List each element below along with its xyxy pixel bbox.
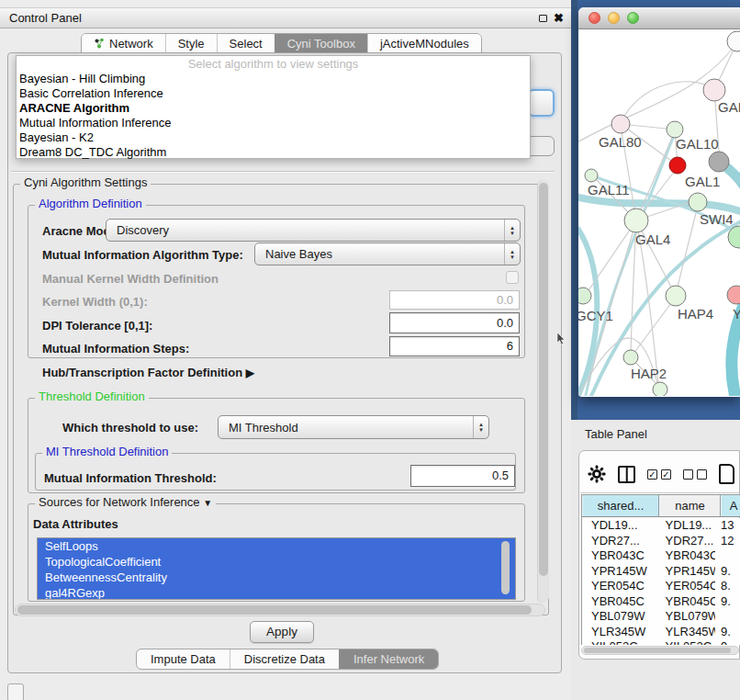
attribute-item[interactable]: TopologicalCoefficient [38, 554, 515, 570]
network-edge[interactable] [621, 82, 714, 122]
tab-cyni-toolbox[interactable]: Cyni Toolbox [275, 34, 367, 52]
network-edge[interactable] [631, 299, 674, 357]
table-row[interactable]: YBL079WYBL079W [582, 609, 740, 625]
table-row[interactable]: YER054CYER054C8. [582, 579, 740, 594]
zoom-traffic-light[interactable] [627, 12, 639, 24]
dropdown-item[interactable]: Bayesian - K2 [17, 130, 530, 145]
attribute-item[interactable]: SelfLoops [38, 538, 515, 554]
tab-jactivemnodules[interactable]: jActiveMNodules [367, 34, 481, 52]
data-attributes-list[interactable]: SelfLoopsTopologicalCoefficientBetweenne… [37, 537, 516, 600]
bottom-tab-infer-network[interactable]: Infer Network [339, 649, 438, 669]
dropdown-item[interactable]: Basic Correlation Inference [17, 86, 530, 101]
select-all-checks-icon[interactable]: ✓ ✓ [647, 469, 671, 480]
table-cell: 13 [715, 518, 740, 534]
column-header[interactable]: A [721, 495, 740, 516]
table-row[interactable]: YBR045CYBR045C9. [582, 594, 740, 610]
column-header[interactable]: shared... [582, 495, 659, 516]
network-node[interactable] [709, 152, 729, 172]
network-node[interactable] [623, 350, 638, 365]
dpi-tolerance-field[interactable]: 0.0 [389, 312, 520, 333]
table-row[interactable]: YIL052CYIL052C9 [582, 639, 740, 645]
scrollbar-thumb[interactable] [17, 605, 532, 615]
dropdown-item[interactable]: Bayesian - Hill Climbing [17, 72, 530, 86]
tab-network[interactable]: Network [82, 34, 165, 52]
table-row[interactable]: YLR345WYLR345W9. [582, 625, 740, 640]
tab-style[interactable]: Style [165, 34, 217, 52]
mi-threshold-field[interactable]: 0.5 [410, 465, 515, 487]
network-node[interactable] [578, 288, 591, 304]
table-horizontal-scrollbar[interactable] [581, 646, 739, 655]
table-rows: YDL19...YDL19...13YDR27...YDR27...12YBR0… [582, 518, 740, 645]
which-threshold-select[interactable]: MI Threshold ▲▼ [218, 415, 489, 439]
attribute-item[interactable]: BetweennessCentrality [38, 570, 515, 585]
network-node[interactable] [727, 31, 740, 51]
float-window-icon[interactable] [539, 15, 547, 22]
column-header[interactable]: name [659, 495, 721, 516]
checked-box-icon: ✓ [661, 469, 671, 480]
column-layout-icon[interactable] [618, 466, 635, 483]
sources-group-title[interactable]: Sources for Network Inference ▼ [35, 496, 216, 510]
tab-select[interactable]: Select [217, 34, 275, 52]
network-node[interactable] [585, 169, 598, 182]
algorithm-dropdown-popup: Select algorithm to view settings Bayesi… [16, 55, 531, 159]
network-node[interactable] [727, 286, 740, 304]
bottom-tab-discretize-data[interactable]: Discretize Data [230, 649, 339, 669]
scrollbar-thumb[interactable] [584, 648, 731, 653]
table-cell: YDL19... [656, 518, 715, 534]
aracne-mode-select[interactable]: Discovery ▲▼ [106, 219, 521, 242]
network-node-label: GCY1 [578, 308, 613, 323]
table-cell: YPR145W [582, 564, 656, 580]
bottom-tab-impute-data[interactable]: Impute Data [137, 649, 230, 669]
table-cell: 9. [715, 625, 740, 640]
attribute-item[interactable]: gal4RGexp [38, 585, 515, 600]
close-icon[interactable]: ✖ [554, 14, 564, 23]
manual-kernel-checkbox[interactable] [506, 271, 519, 284]
settings-horizontal-scrollbar[interactable] [15, 604, 545, 616]
which-threshold-value: MI Threshold [219, 421, 473, 435]
hub-definition-toggle[interactable]: Hub/Transcription Factor Definition ▶ [42, 366, 254, 379]
table-row[interactable]: YDL19...YDL19...13 [582, 518, 740, 534]
stepper-arrows-icon: ▲▼ [504, 243, 520, 265]
network-edge[interactable] [636, 131, 675, 220]
scrollbar-thumb[interactable] [539, 183, 548, 576]
table-cell: 9. [715, 564, 740, 580]
table-cell: YBL079W [656, 609, 715, 625]
unselect-all-checks-icon[interactable] [683, 469, 707, 480]
network-node[interactable] [624, 209, 648, 232]
minimized-panel-icon[interactable] [7, 683, 24, 700]
which-threshold-label: Which threshold to use: [62, 421, 198, 435]
table-cell: YER054C [656, 579, 715, 594]
inference-algorithm-combobox-fragment[interactable] [528, 89, 555, 117]
table-row[interactable]: YPR145WYPR145W9. [582, 564, 740, 580]
network-canvas[interactable]: GALGAL80GAL10GAL1GAL11SWI4GAL4GCY1HAP4YH… [578, 29, 740, 396]
dropdown-item[interactable]: Dream8 DC_TDC Algorithm [17, 145, 530, 160]
network-node-label: GAL [718, 99, 740, 115]
network-node[interactable] [611, 115, 630, 133]
table-row[interactable]: YBR043CYBR043C [582, 548, 740, 564]
network-node[interactable] [653, 382, 667, 396]
kernel-width-field[interactable]: 0.0 [389, 290, 520, 310]
dropdown-item[interactable]: ARACNE Algorithm [17, 101, 530, 116]
table-row[interactable]: YDR27...YDR27...12 [582, 534, 740, 549]
mi-steps-field[interactable]: 6 [389, 336, 520, 356]
network-node-label: GAL1 [685, 174, 720, 189]
table-cell: YBL079W [582, 609, 656, 625]
close-traffic-light[interactable] [589, 12, 600, 24]
network-node-label: HAP4 [678, 306, 713, 322]
settings-vertical-scrollbar[interactable] [537, 180, 549, 603]
network-node[interactable] [669, 157, 686, 174]
network-node[interactable] [689, 193, 707, 211]
network-window-titlebar[interactable] [578, 7, 740, 29]
table-cell: YIL052C [656, 639, 715, 645]
minimize-traffic-light[interactable] [608, 12, 620, 24]
gear-icon[interactable] [588, 465, 606, 483]
network-node[interactable] [666, 286, 686, 306]
table-cell: YDL19... [582, 518, 656, 534]
file-icon[interactable] [719, 464, 734, 484]
apply-button[interactable]: Apply [250, 621, 314, 643]
dropdown-item[interactable]: Mutual Information Inference [17, 116, 530, 130]
mi-type-select[interactable]: Naive Bayes ▲▼ [254, 243, 521, 265]
control-panel-titlebar[interactable]: Control Panel ✖ [0, 7, 571, 28]
network-node[interactable] [703, 79, 725, 101]
attribute-list-scrollbar[interactable] [501, 541, 510, 594]
